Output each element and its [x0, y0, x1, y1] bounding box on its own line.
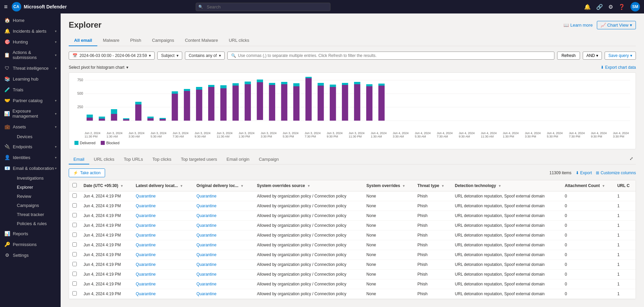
sidebar-item-learning[interactable]: 📚 Learning hub	[0, 73, 61, 84]
select-all-checkbox[interactable]	[72, 183, 77, 187]
th-system-overrides-source[interactable]: System overrides source▾	[254, 180, 363, 191]
tab-all-email[interactable]: All email	[69, 35, 97, 46]
search-bar[interactable]	[196, 3, 330, 11]
filter-search-input[interactable]	[238, 53, 551, 58]
sidebar-item-exposure[interactable]: 📊 Exposure management ▾	[0, 106, 61, 121]
row-checkbox-cell[interactable]	[69, 270, 80, 279]
customize-columns-button[interactable]: ⊞ Customize columns	[596, 171, 636, 175]
row-checkbox[interactable]	[72, 213, 77, 217]
row-checkbox-cell[interactable]	[69, 279, 80, 289]
pivot-selector[interactable]: Select pivot for histogram chart ▾	[69, 65, 128, 70]
th-url-c[interactable]: URL C	[614, 180, 636, 191]
row-checkbox[interactable]	[72, 252, 77, 256]
row-checkbox[interactable]	[72, 291, 77, 296]
row-checkbox-cell[interactable]	[69, 201, 80, 211]
cell-latest-delivery: Quarantine	[132, 279, 193, 289]
refresh-button[interactable]: Refresh	[557, 52, 580, 60]
th-date[interactable]: Date (UTC +05:30)▾	[80, 180, 132, 191]
svg-rect-17	[148, 118, 154, 121]
sidebar-item-permissions[interactable]: 🔑 Permissions	[0, 239, 61, 250]
row-checkbox-cell[interactable]	[69, 221, 80, 231]
row-checkbox[interactable]	[72, 203, 77, 208]
link-icon[interactable]: 🔗	[596, 4, 603, 10]
sidebar-item-trials[interactable]: 🧪 Trials	[0, 84, 61, 95]
sidebar-item-hunting[interactable]: 🎯 Hunting ▾	[0, 36, 61, 47]
sidebar-item-policies[interactable]: Policies & rules	[13, 219, 61, 228]
sidebar-sub-devices[interactable]: Devices	[0, 132, 61, 141]
th-threat-type[interactable]: Threat type▾	[414, 180, 451, 191]
row-checkbox-cell[interactable]	[69, 191, 80, 201]
th-original-delivery[interactable]: Original delivery loc...▾	[193, 180, 254, 191]
select-all-header[interactable]	[69, 180, 80, 191]
settings-icon[interactable]: ⚙	[608, 4, 613, 10]
sidebar-item-incidents[interactable]: 🔔 Incidents & alerts ▾	[0, 26, 61, 36]
row-checkbox[interactable]	[72, 233, 77, 237]
tab-url-clicks[interactable]: URL clicks	[223, 35, 255, 46]
email-tab-email[interactable]: Email	[69, 155, 89, 164]
sidebar-item-email-collab[interactable]: 📧 Email & collaboration ▾	[0, 163, 61, 174]
tab-content-malware[interactable]: Content Malware	[180, 35, 223, 46]
sidebar-item-identities[interactable]: 👤 Identities ▾	[0, 152, 61, 163]
cell-attachment-count: 0	[561, 250, 614, 260]
row-checkbox[interactable]	[72, 223, 77, 227]
row-checkbox-cell[interactable]	[69, 250, 80, 260]
row-checkbox[interactable]	[72, 242, 77, 247]
sidebar-item-settings[interactable]: ⚙ Settings	[0, 250, 61, 260]
sidebar-item-campaigns[interactable]: Campaigns	[13, 201, 61, 210]
contains-filter[interactable]: Contains any of ▾	[185, 52, 224, 60]
email-tab-url-clicks[interactable]: URL clicks	[89, 155, 119, 164]
row-checkbox[interactable]	[72, 281, 77, 286]
expand-table-icon[interactable]: ⤢	[627, 155, 636, 164]
email-tab-top-targeted[interactable]: Top targeted users	[176, 155, 222, 164]
sidebar-item-partner[interactable]: 🤝 Partner catalog ▾	[0, 95, 61, 106]
sidebar-item-review[interactable]: Review	[13, 192, 61, 201]
tab-phish[interactable]: Phish	[125, 35, 147, 46]
th-attachment-count[interactable]: Attachment Count▾	[561, 180, 614, 191]
subject-filter[interactable]: Subject ▾	[157, 52, 182, 60]
sidebar-item-home[interactable]: 🏠 Home	[0, 15, 61, 26]
export-chart-button[interactable]: ⬇ Export chart data	[601, 65, 636, 70]
learn-more-button[interactable]: 📖 Learn more	[564, 23, 592, 28]
search-filter[interactable]: 🔍	[227, 52, 554, 60]
th-detection-technology[interactable]: Detection technology▾	[452, 180, 561, 191]
tab-campaigns[interactable]: Campaigns	[147, 35, 180, 46]
notification-icon[interactable]: 🔔	[584, 4, 591, 10]
th-latest-delivery[interactable]: Latest delivery locat...▾	[132, 180, 193, 191]
email-tab-top-urls[interactable]: Top URLs	[119, 155, 148, 164]
email-tab-campaign[interactable]: Campaign	[254, 155, 283, 164]
sidebar-item-explorer[interactable]: Explorer	[13, 183, 61, 192]
row-checkbox-cell[interactable]	[69, 231, 80, 240]
sidebar-item-assets[interactable]: 💼 Assets ▾	[0, 121, 61, 132]
cell-url-c: 1	[614, 250, 636, 260]
sidebar-item-endpoints[interactable]: 🔌 Endpoints ▾	[0, 141, 61, 152]
row-checkbox-cell[interactable]	[69, 260, 80, 270]
help-icon[interactable]: ❓	[618, 4, 625, 10]
sidebar-item-reports[interactable]: 📊 Reports	[0, 228, 61, 239]
email-tab-email-origin[interactable]: Email origin	[222, 155, 254, 164]
sidebar-item-devices[interactable]: Devices	[13, 132, 61, 141]
row-checkbox-cell[interactable]	[69, 211, 80, 221]
sidebar-item-threat-tracker[interactable]: Threat tracker	[13, 210, 61, 219]
sidebar-item-actions[interactable]: 📋 Actions & submissions ▾	[0, 47, 61, 63]
date-range-picker[interactable]: 📅 2024-06-03 00:00 - 2024-06-04 23:59 ▾	[69, 52, 155, 60]
row-checkbox-cell[interactable]	[69, 289, 80, 299]
row-checkbox-cell[interactable]	[69, 240, 80, 250]
sort-icon: ▾	[241, 184, 243, 188]
chart-view-button[interactable]: 📈 Chart View ▾	[597, 21, 636, 29]
sidebar-item-threat-intel[interactable]: 🛡 Threat intelligence ▾	[0, 63, 61, 73]
tab-malware[interactable]: Malware	[97, 35, 125, 46]
avatar[interactable]: SM	[631, 2, 640, 11]
search-input[interactable]	[196, 3, 330, 11]
row-checkbox[interactable]	[72, 272, 77, 276]
sidebar: 🏠 Home 🔔 Incidents & alerts ▾ 🎯 Hunting …	[0, 13, 61, 307]
row-checkbox[interactable]	[72, 262, 77, 266]
row-checkbox[interactable]	[72, 193, 77, 198]
th-system-overrides[interactable]: System overrides▾	[363, 180, 414, 191]
take-action-button[interactable]: ⚡ Take action	[69, 168, 105, 177]
save-query-button[interactable]: Save query ▾	[605, 52, 636, 60]
hamburger-icon[interactable]: ≡	[4, 3, 8, 10]
and-button[interactable]: AND ▾	[583, 52, 602, 60]
export-button[interactable]: ⬇ Export	[576, 171, 592, 175]
sidebar-item-investigations[interactable]: Investigations	[13, 174, 61, 183]
email-tab-top-clicks[interactable]: Top clicks	[148, 155, 176, 164]
